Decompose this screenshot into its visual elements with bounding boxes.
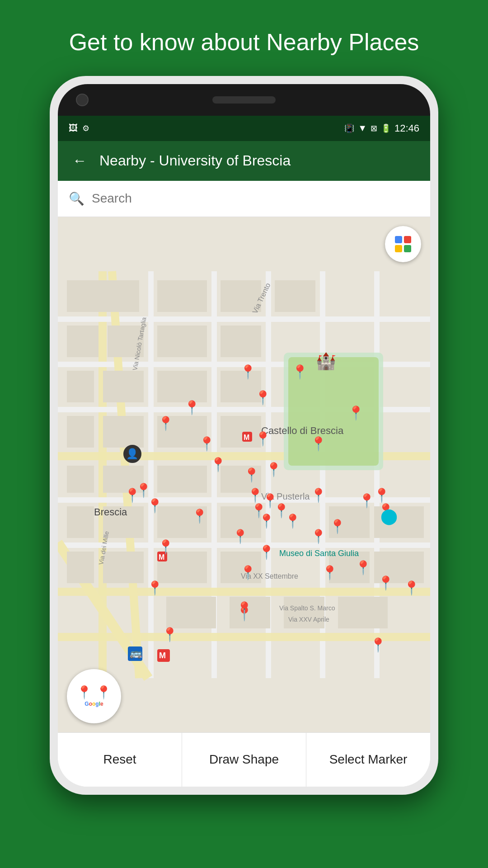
marker-13[interactable]: 📍 bbox=[265, 462, 282, 477]
marker-30[interactable]: 📍 bbox=[310, 528, 327, 544]
marker-28[interactable]: 📍 bbox=[161, 626, 178, 642]
select-marker-button[interactable]: Select Marker bbox=[306, 733, 430, 787]
bottom-toolbar: Reset Draw Shape Select Marker bbox=[58, 732, 430, 787]
app-header: ← Nearby - University of Brescia bbox=[58, 141, 430, 181]
settings-icon: ⚙ bbox=[82, 123, 89, 133]
marker-24[interactable]: 📍 bbox=[232, 528, 249, 544]
marker-22[interactable]: 📍 bbox=[157, 539, 174, 555]
header-title: Nearby - University of Brescia bbox=[99, 152, 291, 169]
marker-1[interactable]: 📍 bbox=[254, 389, 271, 405]
marker-23[interactable]: 📍 bbox=[258, 544, 275, 560]
phone-bezel bbox=[58, 84, 430, 116]
user-marker[interactable]: 👤 bbox=[123, 445, 141, 463]
pink-marker-2[interactable]: 📍 bbox=[254, 430, 271, 446]
draw-shape-button[interactable]: Draw Shape bbox=[182, 733, 306, 787]
dot-yellow bbox=[395, 245, 402, 252]
marker-19[interactable]: 📍 bbox=[358, 492, 375, 508]
pink-marker-7[interactable]: 📍 bbox=[355, 559, 371, 575]
google-text: Google bbox=[84, 701, 103, 707]
marker-12[interactable]: 📍 bbox=[243, 467, 260, 482]
marker-18[interactable]: 📍 bbox=[310, 487, 327, 503]
google-logo: 📍 📍 Google bbox=[67, 669, 121, 723]
status-left: 🖼 ⚙ bbox=[69, 123, 89, 133]
nosim-icon: ⊠ bbox=[371, 123, 377, 133]
map-area[interactable]: Via Trento Via XX Settembre Via Spalto S… bbox=[58, 217, 430, 732]
status-time: 12:46 bbox=[394, 123, 419, 134]
page-title: Get to know about Nearby Places bbox=[0, 0, 488, 76]
pink-marker-5[interactable]: 📍 bbox=[250, 503, 267, 519]
draw-shape-label: Draw Shape bbox=[209, 752, 279, 767]
pink-marker-1[interactable]: 📍 bbox=[198, 436, 215, 452]
dot-red bbox=[404, 236, 411, 243]
museum-marker[interactable]: ⬤ bbox=[380, 507, 398, 525]
grid-button[interactable] bbox=[385, 226, 421, 262]
marker-8[interactable]: 📍 bbox=[183, 400, 200, 415]
phone-screen: 🖼 ⚙ 📳 ▼ ⊠ 🔋 12:46 ← Nearby - University … bbox=[58, 84, 430, 787]
speaker bbox=[212, 96, 276, 104]
dot-green bbox=[404, 245, 411, 252]
marker-25[interactable]: 📍 bbox=[146, 580, 163, 596]
camera-icon bbox=[76, 94, 89, 106]
marker-3[interactable]: 📍 bbox=[291, 363, 308, 379]
pink-marker-8[interactable]: 📍 bbox=[377, 575, 394, 590]
wifi-icon: ▼ bbox=[358, 123, 367, 133]
castle-marker[interactable]: 🏰 bbox=[316, 352, 336, 371]
pink-marker-9[interactable]: 📍 bbox=[236, 600, 253, 616]
grid-dots bbox=[395, 236, 411, 252]
search-bar[interactable]: 🔍 bbox=[58, 181, 430, 217]
image-icon: 🖼 bbox=[69, 123, 78, 133]
pink-marker-10[interactable]: 📍 bbox=[403, 580, 420, 596]
pink-marker-3[interactable]: 📍 bbox=[191, 508, 208, 524]
status-right: 📳 ▼ ⊠ 🔋 12:46 bbox=[344, 123, 419, 134]
back-button[interactable]: ← bbox=[69, 149, 90, 173]
marker-29[interactable]: 📍 bbox=[321, 565, 338, 580]
marker-5[interactable]: 📍 bbox=[310, 436, 327, 452]
status-bar: 🖼 ⚙ 📳 ▼ ⊠ 🔋 12:46 bbox=[58, 116, 430, 141]
search-input[interactable] bbox=[92, 191, 419, 206]
marker-17[interactable]: 📍 bbox=[284, 513, 301, 529]
marker-10[interactable]: 📍 bbox=[146, 497, 163, 513]
google-logo-inner: 📍 📍 Google bbox=[67, 669, 121, 723]
marker-26[interactable]: 📍 bbox=[239, 565, 256, 580]
select-marker-label: Select Marker bbox=[329, 752, 408, 767]
marker-11[interactable]: 📍 bbox=[124, 487, 141, 503]
pink-marker-11[interactable]: 📍 bbox=[370, 637, 386, 652]
marker-20[interactable]: 📍 bbox=[373, 487, 390, 503]
reset-button[interactable]: Reset bbox=[58, 733, 182, 787]
page-header: Get to know about Nearby Places bbox=[0, 0, 488, 76]
dot-blue bbox=[395, 236, 402, 243]
marker-7[interactable]: 📍 bbox=[157, 415, 174, 431]
phone-mockup: 🖼 ⚙ 📳 ▼ ⊠ 🔋 12:46 ← Nearby - University … bbox=[50, 76, 438, 795]
markers-container: 🏰 👤 📍 📍 📍 📍 📍 📍 📍 📍 📍 📍 📍 📍 📍 bbox=[58, 217, 430, 732]
vibrate-icon: 📳 bbox=[344, 123, 354, 133]
pink-marker-4[interactable]: 📍 bbox=[247, 487, 263, 503]
marker-21[interactable]: 📍 bbox=[329, 518, 346, 534]
search-icon: 🔍 bbox=[69, 191, 84, 206]
marker-6[interactable]: 📍 bbox=[210, 456, 226, 472]
reset-label: Reset bbox=[103, 752, 136, 767]
battery-icon: 🔋 bbox=[381, 123, 391, 133]
marker-4[interactable]: 📍 bbox=[347, 405, 364, 420]
map-pin-icons: 📍 📍 bbox=[76, 685, 112, 700]
marker-2[interactable]: 📍 bbox=[239, 363, 256, 379]
